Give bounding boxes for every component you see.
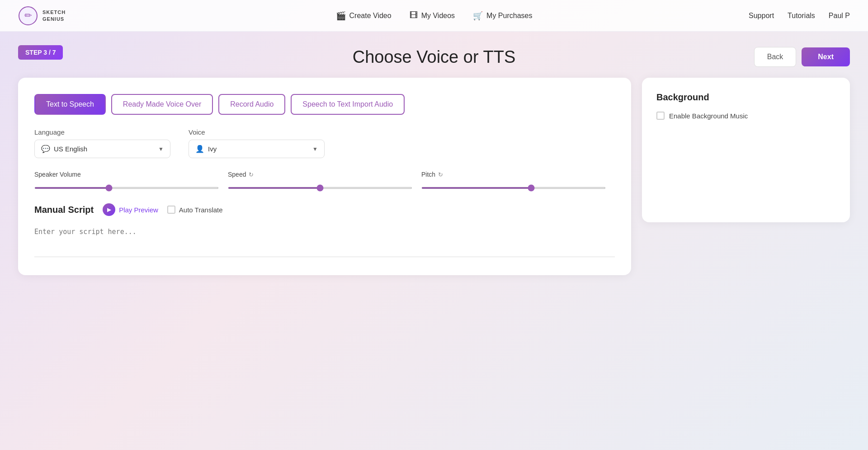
nav-center: 🎬 Create Video 🎞 My Videos 🛒 My Purchase…	[336, 11, 533, 21]
speaker-volume-group: Speaker Volume	[34, 171, 228, 191]
user-link[interactable]: Paul P	[829, 12, 850, 20]
background-title: Background	[656, 92, 835, 103]
nav-create-video[interactable]: 🎬 Create Video	[336, 11, 392, 21]
back-button[interactable]: Back	[754, 47, 797, 67]
manual-script-title: Manual Script	[34, 205, 94, 215]
voice-label: Voice	[189, 128, 325, 136]
tab-speech-to-text[interactable]: Speech to Text Import Audio	[291, 94, 405, 115]
step-badge: STEP 3 / 7	[18, 45, 63, 60]
header: ✏ SKETCH GENIUS 🎬 Create Video 🎞 My Vide…	[0, 0, 868, 32]
right-panel: Background Enable Background Music	[642, 78, 850, 222]
voice-chevron-icon: ▼	[312, 146, 318, 152]
voice-select[interactable]: Ivy Joanna Kendra Matthew	[208, 145, 309, 153]
auto-translate-label: Auto Translate	[179, 206, 223, 214]
enable-bg-music-checkbox[interactable]	[656, 112, 665, 120]
speed-label: Speed ↻	[228, 171, 412, 178]
language-select[interactable]: US English UK English Spanish French Ger…	[54, 145, 155, 153]
play-preview-label: Play Preview	[119, 206, 158, 214]
speed-slider[interactable]	[228, 187, 412, 189]
main-content: STEP 3 / 7 Choose Voice or TTS Back Next…	[0, 32, 868, 289]
enable-bg-row: Enable Background Music	[656, 112, 835, 120]
language-group: Language 💬 US English UK English Spanish…	[34, 128, 170, 158]
language-voice-row: Language 💬 US English UK English Spanish…	[34, 128, 615, 158]
language-label: Language	[34, 128, 170, 136]
svg-text:✏: ✏	[24, 10, 32, 20]
content-area: Text to Speech Ready Made Voice Over Rec…	[18, 78, 850, 275]
nav-my-purchases[interactable]: 🛒 My Purchases	[473, 11, 532, 21]
speaker-volume-label: Speaker Volume	[34, 171, 219, 178]
language-select-wrapper[interactable]: 💬 US English UK English Spanish French G…	[34, 140, 170, 158]
voice-select-wrapper[interactable]: 👤 Ivy Joanna Kendra Matthew ▼	[189, 140, 325, 158]
nav-create-video-label: Create Video	[349, 12, 392, 20]
voice-person-icon: 👤	[195, 145, 204, 153]
my-purchases-icon: 🛒	[473, 11, 483, 21]
logo-text: SKETCH GENIUS	[42, 9, 66, 22]
language-icon: 💬	[41, 145, 50, 153]
pitch-slider[interactable]	[421, 187, 606, 189]
play-icon: ▶	[103, 203, 115, 216]
speed-group: Speed ↻	[228, 171, 421, 191]
speed-refresh-icon[interactable]: ↻	[249, 171, 254, 178]
voice-group: Voice 👤 Ivy Joanna Kendra Matthew ▼	[189, 128, 325, 158]
play-preview-button[interactable]: ▶ Play Preview	[103, 203, 158, 216]
auto-translate-checkbox[interactable]	[167, 206, 175, 214]
sliders-row: Speaker Volume Speed ↻ Pitch ↻	[34, 171, 615, 191]
logo[interactable]: ✏ SKETCH GENIUS	[18, 6, 66, 26]
tab-buttons: Text to Speech Ready Made Voice Over Rec…	[34, 94, 615, 115]
auto-translate-wrapper: Auto Translate	[167, 206, 223, 214]
speaker-volume-slider[interactable]	[34, 187, 219, 189]
language-chevron-icon: ▼	[158, 146, 164, 152]
tab-record-audio[interactable]: Record Audio	[218, 94, 285, 115]
support-link[interactable]: Support	[749, 12, 774, 20]
my-videos-icon: 🎞	[410, 11, 418, 20]
main-card: Text to Speech Ready Made Voice Over Rec…	[18, 78, 631, 275]
tab-ready-made-voice-over[interactable]: Ready Made Voice Over	[111, 94, 213, 115]
tab-text-to-speech[interactable]: Text to Speech	[34, 94, 106, 115]
nav-my-videos[interactable]: 🎞 My Videos	[410, 11, 455, 20]
pitch-refresh-icon[interactable]: ↻	[438, 171, 443, 178]
page-title: Choose Voice or TTS	[353, 47, 515, 67]
script-textarea[interactable]	[34, 223, 615, 257]
create-video-icon: 🎬	[336, 11, 346, 21]
enable-bg-music-label: Enable Background Music	[669, 112, 748, 120]
nav-my-purchases-label: My Purchases	[486, 12, 532, 20]
tutorials-link[interactable]: Tutorials	[788, 12, 815, 20]
manual-script-header: Manual Script ▶ Play Preview Auto Transl…	[34, 203, 615, 216]
header-right: Support Tutorials Paul P	[749, 12, 850, 20]
next-button[interactable]: Next	[802, 47, 850, 66]
pitch-label: Pitch ↻	[421, 171, 606, 178]
nav-my-videos-label: My Videos	[421, 12, 455, 20]
pitch-group: Pitch ↻	[421, 171, 615, 191]
page-header-row: STEP 3 / 7 Choose Voice or TTS Back Next	[18, 45, 850, 69]
